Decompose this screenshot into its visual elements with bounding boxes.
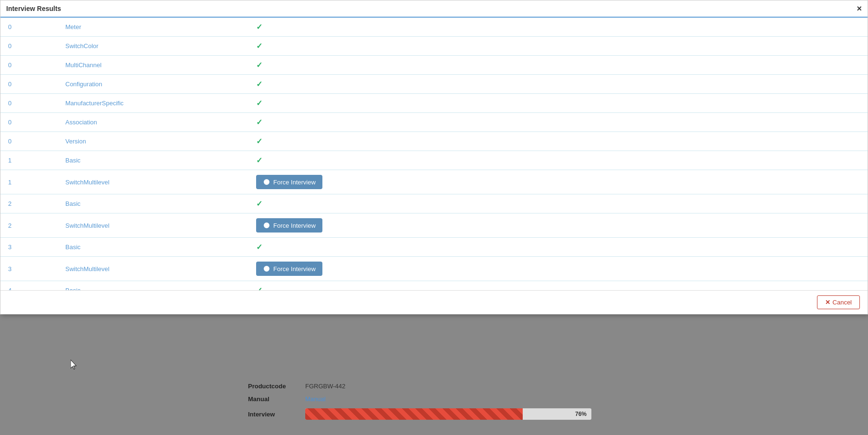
modal-body[interactable]: 0Meter✓0SwitchColor✓0MultiChannel✓0Confi… bbox=[0, 18, 868, 294]
check-icon: ✓ bbox=[256, 99, 262, 107]
check-icon: ✓ bbox=[256, 200, 262, 208]
cancel-x-icon: ✕ bbox=[825, 299, 830, 306]
row-action: ✓ bbox=[248, 132, 868, 151]
interview-results-modal: Interview Results × 0Meter✓0SwitchColor✓… bbox=[0, 0, 868, 314]
row-id: 2 bbox=[0, 194, 58, 213]
check-icon: ✓ bbox=[256, 137, 262, 145]
row-name: Basic bbox=[58, 194, 248, 213]
manual-value[interactable]: Manual bbox=[305, 395, 326, 403]
force-interview-label: Force Interview bbox=[273, 222, 316, 229]
productcode-value: FGRGBW-442 bbox=[305, 383, 345, 390]
button-circle-icon bbox=[263, 265, 270, 273]
interview-progress-bar: 76% bbox=[305, 408, 591, 420]
product-info-panel: Productcode FGRGBW-442 Manual Manual Int… bbox=[234, 373, 868, 435]
row-action[interactable]: Force Interview bbox=[248, 257, 868, 281]
row-action: ✓ bbox=[248, 37, 868, 56]
modal-title: Interview Results bbox=[6, 5, 61, 12]
row-id: 1 bbox=[0, 151, 58, 170]
table-row: 1Basic✓ bbox=[0, 151, 868, 170]
row-id: 0 bbox=[0, 56, 58, 75]
productcode-label: Productcode bbox=[248, 383, 305, 390]
force-interview-button[interactable]: Force Interview bbox=[256, 175, 322, 189]
row-name: Basic bbox=[58, 238, 248, 257]
row-action[interactable]: Force Interview bbox=[248, 213, 868, 238]
row-name: Basic bbox=[58, 151, 248, 170]
productcode-row: Productcode FGRGBW-442 bbox=[248, 383, 854, 390]
results-table: 0Meter✓0SwitchColor✓0MultiChannel✓0Confi… bbox=[0, 18, 868, 294]
row-id: 0 bbox=[0, 75, 58, 94]
row-id: 0 bbox=[0, 113, 58, 132]
cancel-label: Cancel bbox=[833, 299, 852, 306]
modal-footer: ✕ Cancel bbox=[0, 290, 868, 314]
table-row: 3Basic✓ bbox=[0, 238, 868, 257]
row-action: ✓ bbox=[248, 113, 868, 132]
row-action: ✓ bbox=[248, 238, 868, 257]
button-circle-icon bbox=[263, 222, 270, 229]
row-name: ManufacturerSpecific bbox=[58, 94, 248, 113]
row-action: ✓ bbox=[248, 18, 868, 37]
button-circle-icon bbox=[263, 178, 270, 186]
manual-label: Manual bbox=[248, 395, 305, 403]
table-row: 0MultiChannel✓ bbox=[0, 56, 868, 75]
check-icon: ✓ bbox=[256, 243, 262, 251]
interview-label: Interview bbox=[248, 411, 305, 418]
row-id: 2 bbox=[0, 213, 58, 238]
row-id: 0 bbox=[0, 94, 58, 113]
row-action: ✓ bbox=[248, 151, 868, 170]
row-action: ✓ bbox=[248, 75, 868, 94]
row-name: Meter bbox=[58, 18, 248, 37]
table-row: 0SwitchColor✓ bbox=[0, 37, 868, 56]
interview-row: Interview 76% bbox=[248, 408, 854, 420]
table-row: 1SwitchMultilevelForce Interview bbox=[0, 170, 868, 194]
table-row: 3SwitchMultilevelForce Interview bbox=[0, 257, 868, 281]
row-name: SwitchColor bbox=[58, 37, 248, 56]
table-row: 0Meter✓ bbox=[0, 18, 868, 37]
check-icon: ✓ bbox=[256, 61, 262, 69]
row-id: 0 bbox=[0, 18, 58, 37]
row-id: 0 bbox=[0, 132, 58, 151]
progress-bar-fill bbox=[305, 408, 523, 420]
row-name: SwitchMultilevel bbox=[58, 257, 248, 281]
table-row: 2Basic✓ bbox=[0, 194, 868, 213]
row-name: SwitchMultilevel bbox=[58, 213, 248, 238]
table-row: 0Version✓ bbox=[0, 132, 868, 151]
table-row: 0Configuration✓ bbox=[0, 75, 868, 94]
row-id: 3 bbox=[0, 257, 58, 281]
check-icon: ✓ bbox=[256, 23, 262, 31]
row-name: SwitchMultilevel bbox=[58, 170, 248, 194]
force-interview-label: Force Interview bbox=[273, 265, 316, 273]
row-action: ✓ bbox=[248, 194, 868, 213]
modal-header: Interview Results × bbox=[0, 0, 868, 18]
row-id: 0 bbox=[0, 37, 58, 56]
row-name: Version bbox=[58, 132, 248, 151]
row-action: ✓ bbox=[248, 56, 868, 75]
check-icon: ✓ bbox=[256, 118, 262, 126]
check-icon: ✓ bbox=[256, 42, 262, 50]
row-action[interactable]: Force Interview bbox=[248, 170, 868, 194]
row-name: Configuration bbox=[58, 75, 248, 94]
force-interview-button[interactable]: Force Interview bbox=[256, 262, 322, 276]
row-action: ✓ bbox=[248, 94, 868, 113]
table-row: 2SwitchMultilevelForce Interview bbox=[0, 213, 868, 238]
row-id: 1 bbox=[0, 170, 58, 194]
table-row: 0ManufacturerSpecific✓ bbox=[0, 94, 868, 113]
force-interview-label: Force Interview bbox=[273, 179, 316, 186]
force-interview-button[interactable]: Force Interview bbox=[256, 218, 322, 233]
row-id: 3 bbox=[0, 238, 58, 257]
row-name: Association bbox=[58, 113, 248, 132]
modal-close-button[interactable]: × bbox=[857, 4, 862, 13]
check-icon: ✓ bbox=[256, 80, 262, 88]
progress-percent: 76% bbox=[575, 411, 587, 417]
check-icon: ✓ bbox=[256, 156, 262, 164]
table-row: 0Association✓ bbox=[0, 113, 868, 132]
cancel-button[interactable]: ✕ Cancel bbox=[817, 295, 860, 309]
row-name: MultiChannel bbox=[58, 56, 248, 75]
manual-row: Manual Manual bbox=[248, 395, 854, 403]
